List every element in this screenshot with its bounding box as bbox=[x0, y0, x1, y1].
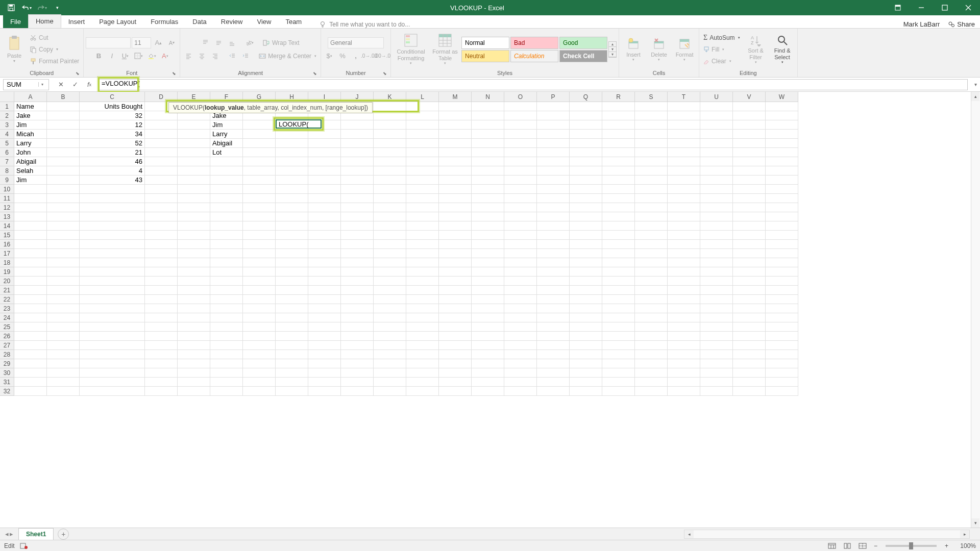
cell-F17[interactable] bbox=[210, 249, 243, 258]
cell-N16[interactable] bbox=[472, 240, 504, 249]
cell-B20[interactable] bbox=[47, 277, 80, 286]
cell-F31[interactable] bbox=[210, 378, 243, 387]
cell-V31[interactable] bbox=[733, 378, 766, 387]
cell-N4[interactable] bbox=[472, 130, 504, 139]
cell-H10[interactable] bbox=[276, 185, 308, 194]
cell-T13[interactable] bbox=[668, 212, 700, 221]
sheet-tab-active[interactable]: Sheet1 bbox=[18, 528, 54, 540]
cell-Q28[interactable] bbox=[570, 350, 602, 359]
cell-E13[interactable] bbox=[178, 212, 210, 221]
cell-P28[interactable] bbox=[537, 350, 570, 359]
cell-W16[interactable] bbox=[766, 240, 798, 249]
cell-O15[interactable] bbox=[504, 231, 537, 240]
cell-B26[interactable] bbox=[47, 332, 80, 341]
cell-D31[interactable] bbox=[145, 378, 178, 387]
row-header-16[interactable]: 16 bbox=[0, 240, 14, 249]
cell-D26[interactable] bbox=[145, 332, 178, 341]
row-header-23[interactable]: 23 bbox=[0, 304, 14, 313]
cell-S21[interactable] bbox=[635, 286, 668, 295]
cell-K17[interactable] bbox=[374, 249, 406, 258]
cell-I25[interactable] bbox=[308, 322, 341, 332]
cell-P22[interactable] bbox=[537, 295, 570, 304]
cell-C25[interactable] bbox=[80, 322, 145, 332]
cell-V10[interactable] bbox=[733, 185, 766, 194]
cell-D9[interactable] bbox=[145, 176, 178, 185]
cell-B31[interactable] bbox=[47, 378, 80, 387]
cell-T10[interactable] bbox=[668, 185, 700, 194]
cell-G26[interactable] bbox=[243, 332, 276, 341]
cell-N31[interactable] bbox=[472, 378, 504, 387]
cell-S27[interactable] bbox=[635, 341, 668, 350]
cell-N28[interactable] bbox=[472, 350, 504, 359]
cell-I6[interactable] bbox=[308, 148, 341, 157]
cell-M16[interactable] bbox=[439, 240, 472, 249]
cell-J10[interactable] bbox=[341, 185, 374, 194]
cell-M14[interactable] bbox=[439, 221, 472, 231]
cell-M26[interactable] bbox=[439, 332, 472, 341]
cell-R20[interactable] bbox=[602, 277, 635, 286]
number-format-select[interactable] bbox=[328, 37, 384, 48]
cell-J24[interactable] bbox=[341, 313, 374, 322]
cell-J17[interactable] bbox=[341, 249, 374, 258]
cell-I23[interactable] bbox=[308, 304, 341, 313]
cell-E10[interactable] bbox=[178, 185, 210, 194]
cell-M29[interactable] bbox=[439, 359, 472, 368]
cell-O20[interactable] bbox=[504, 277, 537, 286]
cell-K25[interactable] bbox=[374, 322, 406, 332]
cell-N21[interactable] bbox=[472, 286, 504, 295]
cell-J20[interactable] bbox=[341, 277, 374, 286]
cell-R11[interactable] bbox=[602, 194, 635, 203]
cell-V14[interactable] bbox=[733, 221, 766, 231]
cell-R10[interactable] bbox=[602, 185, 635, 194]
cell-W30[interactable] bbox=[766, 368, 798, 378]
cell-I32[interactable] bbox=[308, 387, 341, 396]
cell-P26[interactable] bbox=[537, 332, 570, 341]
format-as-table-button[interactable]: Format as Table▾ bbox=[430, 31, 460, 68]
cell-E5[interactable] bbox=[178, 139, 210, 148]
cell-E22[interactable] bbox=[178, 295, 210, 304]
cell-B13[interactable] bbox=[47, 212, 80, 221]
cell-S17[interactable] bbox=[635, 249, 668, 258]
font-color-button[interactable]: A▾ bbox=[159, 51, 171, 62]
cell-S5[interactable] bbox=[635, 139, 668, 148]
cell-G11[interactable] bbox=[243, 194, 276, 203]
cell-J5[interactable] bbox=[341, 139, 374, 148]
cell-R32[interactable] bbox=[602, 387, 635, 396]
cell-A20[interactable] bbox=[14, 277, 47, 286]
row-header-11[interactable]: 11 bbox=[0, 194, 14, 203]
row-header-4[interactable]: 4 bbox=[0, 130, 14, 139]
cell-K12[interactable] bbox=[374, 203, 406, 212]
cell-S8[interactable] bbox=[635, 166, 668, 176]
cell-O16[interactable] bbox=[504, 240, 537, 249]
row-header-9[interactable]: 9 bbox=[0, 176, 14, 185]
cell-W20[interactable] bbox=[766, 277, 798, 286]
align-left-button[interactable] bbox=[182, 51, 194, 62]
macro-record-icon[interactable] bbox=[20, 542, 28, 549]
cell-S4[interactable] bbox=[635, 130, 668, 139]
cell-N2[interactable] bbox=[472, 111, 504, 120]
cell-H5[interactable] bbox=[276, 139, 308, 148]
cell-B23[interactable] bbox=[47, 304, 80, 313]
cell-P29[interactable] bbox=[537, 359, 570, 368]
cell-K14[interactable] bbox=[374, 221, 406, 231]
maximize-button[interactable] bbox=[933, 0, 957, 15]
cell-P19[interactable] bbox=[537, 267, 570, 277]
cell-L29[interactable] bbox=[406, 359, 439, 368]
cell-U21[interactable] bbox=[700, 286, 733, 295]
cell-B32[interactable] bbox=[47, 387, 80, 396]
cell-L14[interactable] bbox=[406, 221, 439, 231]
cell-O19[interactable] bbox=[504, 267, 537, 277]
cell-Q25[interactable] bbox=[570, 322, 602, 332]
cell-S16[interactable] bbox=[635, 240, 668, 249]
cell-R30[interactable] bbox=[602, 368, 635, 378]
cell-H29[interactable] bbox=[276, 359, 308, 368]
cell-H28[interactable] bbox=[276, 350, 308, 359]
cell-B3[interactable] bbox=[47, 120, 80, 130]
orientation-button[interactable]: ab▾ bbox=[243, 37, 256, 48]
cell-M9[interactable] bbox=[439, 176, 472, 185]
cell-Q18[interactable] bbox=[570, 258, 602, 267]
cell-A5[interactable]: Larry bbox=[14, 139, 47, 148]
cell-D22[interactable] bbox=[145, 295, 178, 304]
cell-W5[interactable] bbox=[766, 139, 798, 148]
cell-J26[interactable] bbox=[341, 332, 374, 341]
